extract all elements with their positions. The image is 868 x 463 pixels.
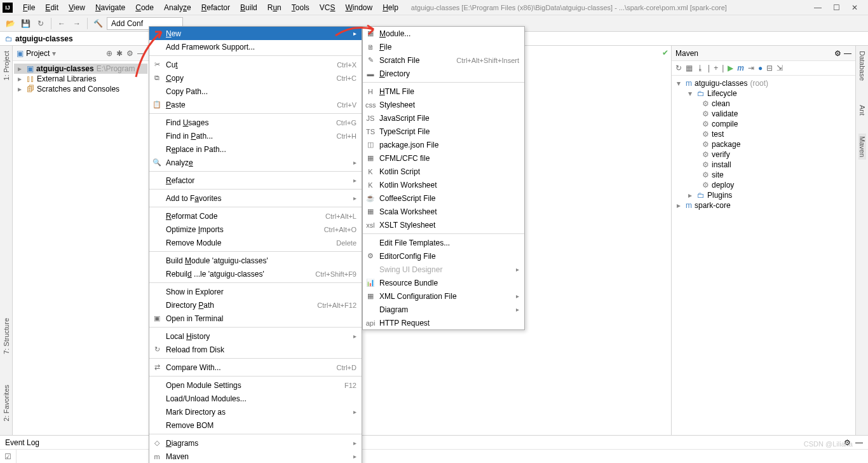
- menu-navigate[interactable]: Navigate: [90, 1, 130, 14]
- menu-item-reformat-code[interactable]: Reformat CodeCtrl+Alt+L: [149, 209, 362, 223]
- generate-icon[interactable]: ▦: [686, 64, 693, 73]
- menu-item-show-in-explorer[interactable]: Show in Explorer: [149, 285, 362, 298]
- menu-item-cut[interactable]: ✂CutCtrl+X: [149, 58, 362, 71]
- tree-scratches[interactable]: ▸🗐 Scratches and Consoles: [14, 84, 147, 94]
- refresh-icon[interactable]: ↻: [34, 17, 47, 30]
- close-icon[interactable]: ✕: [851, 3, 858, 12]
- menu-file[interactable]: File: [18, 1, 40, 14]
- add-icon[interactable]: +: [714, 64, 718, 73]
- maven-goal-verify[interactable]: ⚙ verify: [674, 149, 853, 160]
- menu-item-reload-from-disk[interactable]: ↻Reload from Disk: [149, 343, 362, 356]
- menu-window[interactable]: Window: [340, 1, 377, 14]
- download-icon[interactable]: ⭳: [696, 64, 704, 73]
- collapse-icon[interactable]: —: [855, 438, 863, 447]
- menu-item-file[interactable]: 🗎File: [363, 40, 524, 53]
- show-icon[interactable]: ⇲: [776, 64, 783, 73]
- maven-goal-deploy[interactable]: ⚙ deploy: [674, 180, 853, 190]
- tree-root[interactable]: ▸▣ atguigu-classes E:\Program: [14, 64, 147, 74]
- maven-root[interactable]: ▾m atguigu-classes (root): [674, 78, 853, 88]
- menu-build[interactable]: Build: [235, 1, 262, 14]
- gear-icon[interactable]: ⚙: [834, 49, 841, 58]
- menu-item-refactor[interactable]: Refactor▸: [149, 174, 362, 187]
- rail-maven[interactable]: Maven: [858, 134, 866, 160]
- menu-item-scala-worksheet[interactable]: ▦Scala Worksheet: [363, 205, 524, 218]
- menu-item-package-json-file[interactable]: ◫package.json File: [363, 138, 524, 151]
- breadcrumb-root[interactable]: atguigu-classes: [15, 34, 73, 43]
- menu-item-resource-bundle[interactable]: 📊Resource Bundle: [363, 276, 524, 289]
- menu-item-edit-file-templates[interactable]: Edit File Templates...: [363, 236, 524, 249]
- minimize-icon[interactable]: —: [814, 3, 822, 12]
- collapse-icon[interactable]: —: [137, 49, 145, 58]
- menu-item-add-framework-support[interactable]: Add Framework Support...: [149, 40, 362, 53]
- menu-item-directory[interactable]: ▬Directory: [363, 67, 524, 80]
- menu-edit[interactable]: Edit: [40, 1, 64, 14]
- run-icon[interactable]: ▶: [728, 64, 733, 73]
- menu-item-paste[interactable]: 📋PasteCtrl+V: [149, 98, 362, 111]
- open-icon[interactable]: 📂: [4, 17, 17, 30]
- project-panel-title[interactable]: Project: [26, 49, 50, 58]
- menu-item-open-in-terminal[interactable]: ▣Open in Terminal: [149, 312, 362, 325]
- save-icon[interactable]: 💾: [19, 17, 32, 30]
- menu-item-mark-directory-as[interactable]: Mark Directory as▸: [149, 405, 362, 418]
- rail-database[interactable]: Database: [858, 51, 866, 81]
- menu-item-javascript-file[interactable]: JSJavaScript File: [363, 111, 524, 125]
- menu-item-remove-module[interactable]: Remove ModuleDelete: [149, 236, 362, 249]
- menu-tools[interactable]: Tools: [287, 1, 315, 14]
- menu-item-scratch-file[interactable]: ✎Scratch FileCtrl+Alt+Shift+Insert: [363, 53, 524, 67]
- maven-spark-core[interactable]: ▸m spark-core: [674, 200, 853, 211]
- rail-project[interactable]: 1: Project: [3, 51, 10, 80]
- menu-item-kotlin-script[interactable]: KKotlin Script: [363, 165, 524, 178]
- menu-item-find-in-path[interactable]: Find in Path...Ctrl+H: [149, 129, 362, 142]
- menu-item-copy-path[interactable]: Copy Path...: [149, 85, 362, 98]
- menu-code[interactable]: Code: [130, 1, 159, 14]
- menu-analyze[interactable]: Analyze: [159, 1, 196, 14]
- maven-goal-validate[interactable]: ⚙ validate: [674, 109, 853, 119]
- maven-goal-install[interactable]: ⚙ install: [674, 160, 853, 170]
- menu-item-html-file[interactable]: HHTML File: [363, 85, 524, 98]
- menu-item-typescript-file[interactable]: TSTypeScript File: [363, 125, 524, 138]
- maven-lifecycle[interactable]: ▾🗀 Lifecycle: [674, 88, 853, 99]
- menu-item-cfml-cfc-file[interactable]: ▦CFML/CFC file: [363, 151, 524, 165]
- menu-item-http-request[interactable]: apiHTTP Request: [363, 316, 524, 329]
- hammer-icon[interactable]: 🔨: [92, 17, 104, 30]
- menu-item-directory-path[interactable]: Directory PathCtrl+Alt+F12: [149, 298, 362, 312]
- select-opened-icon[interactable]: ⊕: [106, 49, 112, 58]
- back-icon[interactable]: ←: [55, 17, 68, 30]
- expand-icon[interactable]: ✱: [116, 49, 123, 58]
- menu-item-copy[interactable]: ⧉CopyCtrl+C: [149, 71, 362, 85]
- maven-plugins[interactable]: ▸🗀 Plugins: [674, 190, 853, 200]
- menu-item-optimize-imports[interactable]: Optimize ImportsCtrl+Alt+O: [149, 223, 362, 236]
- maven-goal-test[interactable]: ⚙ test: [674, 129, 853, 139]
- reimport-icon[interactable]: ↻: [675, 64, 682, 73]
- maximize-icon[interactable]: ☐: [833, 3, 840, 12]
- maven-goal-clean[interactable]: ⚙ clean: [674, 99, 853, 109]
- menu-item-find-usages[interactable]: Find UsagesCtrl+G: [149, 116, 362, 129]
- rail-favorites[interactable]: 2: Favorites: [3, 385, 10, 421]
- menu-refactor[interactable]: Refactor: [196, 1, 235, 14]
- forward-icon[interactable]: →: [71, 17, 83, 30]
- maven-goal-site[interactable]: ⚙ site: [674, 170, 853, 180]
- menu-item-rebuild-le-atguigu-classes[interactable]: Rebuild ...le 'atguigu-classes'Ctrl+Shif…: [149, 267, 362, 280]
- menu-item-replace-in-path[interactable]: Replace in Path...: [149, 142, 362, 156]
- menu-item-xml-configuration-file[interactable]: ▦XML Configuration File▸: [363, 289, 524, 303]
- collapse-icon[interactable]: —: [844, 49, 851, 58]
- offline-icon[interactable]: ●: [758, 64, 763, 73]
- menu-item-kotlin-worksheet[interactable]: KKotlin Worksheet: [363, 178, 524, 191]
- menu-item-build-module-atguigu-classes[interactable]: Build Module 'atguigu-classes': [149, 254, 362, 267]
- menu-item-load-unload-modules[interactable]: Load/Unload Modules...: [149, 392, 362, 405]
- rail-structure[interactable]: 7: Structure: [3, 318, 10, 354]
- menu-item-stylesheet[interactable]: cssStylesheet: [363, 98, 524, 111]
- menu-item-open-module-settings[interactable]: Open Module SettingsF12: [149, 378, 362, 392]
- menu-item-local-history[interactable]: Local History▸: [149, 329, 362, 343]
- menu-item-xslt-stylesheet[interactable]: xslXSLT Stylesheet: [363, 218, 524, 232]
- menu-item-add-to-favorites[interactable]: Add to Favorites▸: [149, 191, 362, 205]
- menu-item-editorconfig-file[interactable]: ⚙EditorConfig File: [363, 249, 524, 263]
- menu-run[interactable]: Run: [262, 1, 287, 14]
- skip-tests-icon[interactable]: ⊟: [766, 64, 773, 73]
- menu-help[interactable]: Help: [377, 1, 403, 14]
- menu-view[interactable]: View: [64, 1, 90, 14]
- menu-item-coffeescript-file[interactable]: ☕CoffeeScript File: [363, 191, 524, 205]
- tree-external-libraries[interactable]: ▸⫿⫿ External Libraries: [14, 74, 147, 84]
- rail-ant[interactable]: Ant: [858, 105, 866, 116]
- maven-goal-compile[interactable]: ⚙ compile: [674, 119, 853, 129]
